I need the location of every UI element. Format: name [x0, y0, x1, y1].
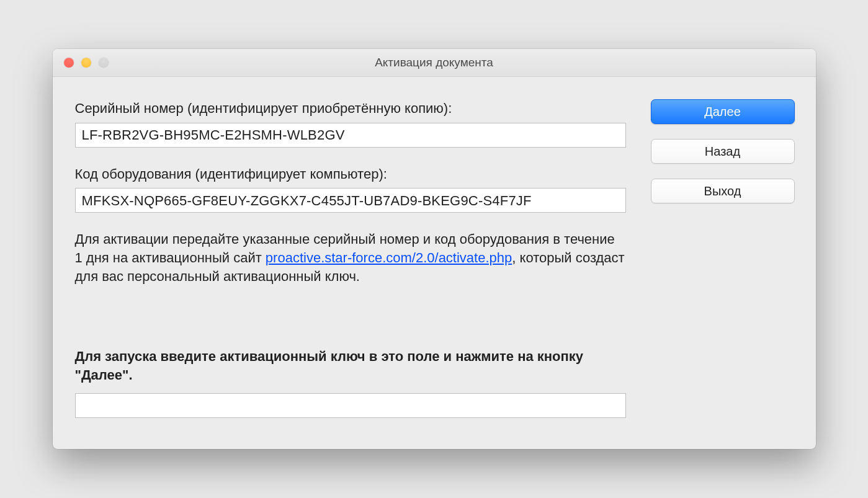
window-title: Активация документа — [53, 56, 816, 69]
next-button[interactable]: Далее — [651, 99, 795, 124]
serial-value: LF-RBR2VG-BH95MC-E2HSMH-WLB2GV — [82, 126, 345, 145]
exit-button[interactable]: Выход — [651, 179, 795, 203]
minimize-icon[interactable] — [81, 58, 91, 68]
content-area: Серийный номер (идентифицирует приобретё… — [53, 77, 816, 449]
left-column: Серийный номер (идентифицирует приобретё… — [75, 99, 626, 432]
hardware-label: Код оборудования (идентифицирует компьют… — [75, 165, 626, 184]
instructions-text: Для активации передайте указанные серийн… — [75, 230, 626, 285]
close-icon[interactable] — [64, 58, 74, 68]
back-button[interactable]: Назад — [651, 139, 795, 164]
activation-link[interactable]: proactive.star-force.com/2.0/activate.ph… — [266, 250, 512, 265]
zoom-icon — [99, 58, 109, 68]
enter-key-label: Для запуска введите активационный ключ в… — [75, 347, 626, 384]
titlebar: Активация документа — [53, 49, 816, 77]
serial-label: Серийный номер (идентифицирует приобретё… — [75, 99, 626, 118]
activation-key-input[interactable] — [75, 393, 626, 418]
right-column: Далее Назад Выход — [651, 99, 795, 432]
activation-window: Активация документа Серийный номер (иден… — [53, 49, 816, 449]
hardware-value: MFKSX-NQP665-GF8EUY-ZGGKX7-C455JT-UB7AD9… — [82, 192, 532, 210]
serial-field[interactable]: LF-RBR2VG-BH95MC-E2HSMH-WLB2GV — [75, 123, 626, 148]
window-controls — [53, 58, 109, 68]
hardware-field[interactable]: MFKSX-NQP665-GF8EUY-ZGGKX7-C455JT-UB7AD9… — [75, 188, 626, 213]
